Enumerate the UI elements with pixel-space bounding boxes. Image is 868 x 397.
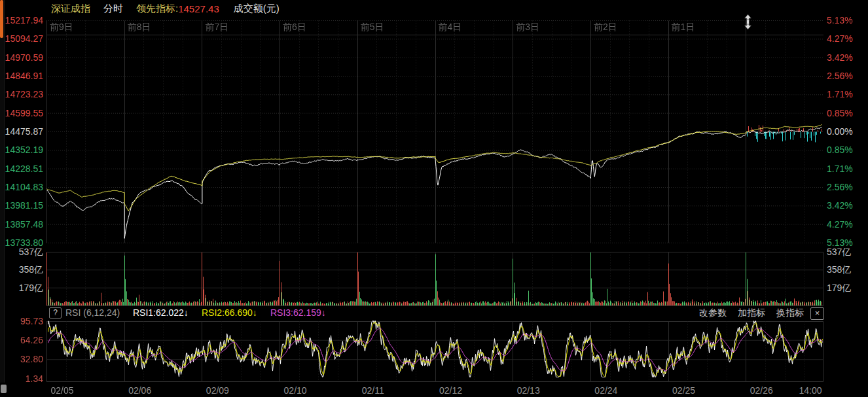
day-label: 前3日 bbox=[516, 22, 539, 33]
rsi-axis-label: 95.73 bbox=[0, 317, 43, 326]
rsi-indicator-header: ? RSI (6,12,24) RSI1:62.022↓ RSI2:66.690… bbox=[0, 307, 868, 320]
day-label: 前1日 bbox=[672, 22, 695, 33]
percent-axis-label: 3.42% bbox=[827, 201, 867, 211]
volume-axis-label: 179亿 bbox=[827, 283, 867, 293]
percent-axis-label: 5.13% bbox=[827, 16, 867, 26]
turnover-label: 成交额(元) bbox=[234, 3, 280, 15]
close-indicator-button[interactable]: × bbox=[810, 307, 824, 320]
rsi-axis-label: 1.34 bbox=[0, 374, 43, 384]
time-axis-label: 02/25 bbox=[663, 385, 705, 396]
help-button[interactable]: ? bbox=[49, 307, 62, 319]
day-label: 前7日 bbox=[205, 22, 228, 33]
percent-axis-label: 4.27% bbox=[827, 34, 867, 44]
time-axis-label: 02/10 bbox=[274, 385, 316, 396]
price-axis-label: 13857.48 bbox=[0, 220, 43, 230]
price-axis-label: 14352.19 bbox=[0, 145, 43, 155]
price-axis-label: 14846.91 bbox=[0, 71, 43, 81]
percent-axis-label: 0.00% bbox=[827, 127, 867, 137]
rsi-chart-canvas[interactable] bbox=[46, 320, 823, 382]
chart-header: 深证成指 分时 领先指标: 14527.43 成交额(元) bbox=[51, 0, 280, 18]
rsi2-value: RSI2:66.690↓ bbox=[202, 307, 257, 318]
rsi-axis-label: 32.80 bbox=[0, 354, 43, 364]
volume-chart-canvas[interactable] bbox=[46, 249, 823, 307]
time-axis-label: 02/24 bbox=[585, 385, 627, 396]
price-axis-label: 14475.87 bbox=[0, 127, 43, 137]
change-params-button[interactable]: 改参数 bbox=[699, 307, 727, 319]
percent-axis-label: 1.71% bbox=[827, 164, 867, 174]
time-axis-label: 14:00 bbox=[789, 385, 831, 396]
time-axis-label: 02/09 bbox=[196, 385, 238, 396]
rsi3-value: RSI3:62.159↓ bbox=[270, 307, 326, 318]
price-axis-label: 14723.23 bbox=[0, 90, 43, 99]
price-axis-label: 14228.51 bbox=[0, 164, 43, 174]
volume-axis-label: 179亿 bbox=[0, 283, 43, 293]
switch-indicator-button[interactable]: 换指标 bbox=[776, 307, 804, 319]
price-chart-canvas[interactable] bbox=[46, 18, 823, 247]
time-axis-label: 02/12 bbox=[430, 385, 472, 396]
percent-axis-label: 0.85% bbox=[827, 145, 867, 155]
day-label: 前9日 bbox=[50, 22, 73, 33]
percent-axis-label: 3.42% bbox=[827, 53, 867, 63]
index-name: 深证成指 bbox=[51, 3, 90, 15]
price-axis-label: 14970.59 bbox=[0, 53, 43, 63]
vertical-resize-cursor-icon bbox=[744, 14, 752, 29]
leading-indicator-label: 领先指标: bbox=[136, 3, 178, 15]
price-axis-label: 14104.83 bbox=[0, 182, 43, 192]
percent-axis-label: 2.56% bbox=[827, 182, 867, 192]
percent-axis-label: 1.71% bbox=[827, 90, 867, 99]
volume-axis-label: 537亿 bbox=[827, 247, 867, 257]
time-axis-label: 02/26 bbox=[740, 385, 782, 396]
price-axis-label: 13981.15 bbox=[0, 201, 43, 211]
time-axis-label: 02/05 bbox=[41, 385, 83, 396]
day-label: 前6日 bbox=[283, 22, 306, 33]
price-axis-label: 14599.55 bbox=[0, 109, 43, 118]
rsi-params-label[interactable]: RSI (6,12,24) bbox=[65, 307, 120, 318]
day-label: 前8日 bbox=[128, 22, 151, 33]
rsi1-value: RSI1:62.022↓ bbox=[133, 307, 189, 318]
time-axis-label: 02/13 bbox=[507, 385, 549, 396]
add-indicator-button[interactable]: 加指标 bbox=[738, 307, 765, 319]
percent-axis-label: 0.85% bbox=[827, 109, 867, 118]
day-label: 前4日 bbox=[439, 22, 462, 33]
time-axis-label: 02/06 bbox=[119, 385, 161, 396]
volume-axis-label: 537亿 bbox=[0, 247, 43, 257]
scroll-left-button[interactable] bbox=[1, 385, 7, 393]
leading-indicator-value: 14527.43 bbox=[178, 3, 219, 14]
volume-axis-label: 358亿 bbox=[827, 265, 867, 275]
day-label: 前5日 bbox=[361, 22, 384, 33]
stock-chart-app: 深证成指 分时 领先指标: 14527.43 成交额(元) ? RSI (6,1… bbox=[0, 0, 868, 397]
percent-axis-label: 4.27% bbox=[827, 220, 867, 230]
price-axis-label: 15094.27 bbox=[0, 34, 43, 44]
percent-axis-label: 2.56% bbox=[827, 71, 867, 81]
time-axis-label: 02/11 bbox=[352, 385, 394, 396]
rsi-axis-label: 64.26 bbox=[0, 336, 43, 345]
day-label: 前2日 bbox=[594, 22, 617, 33]
chart-mode-label: 分时 bbox=[103, 3, 123, 15]
volume-axis-label: 358亿 bbox=[0, 265, 43, 275]
price-axis-label: 15217.94 bbox=[0, 16, 43, 26]
